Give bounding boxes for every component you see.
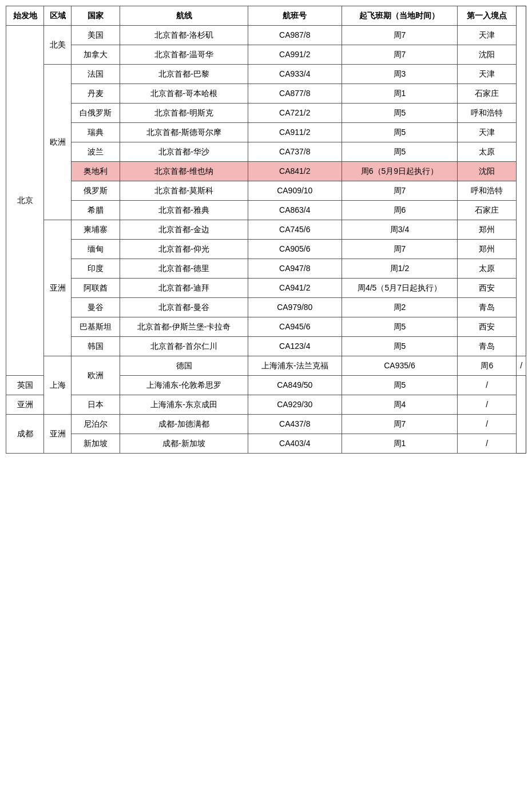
cell-flight: CA877/8 [248,84,342,104]
cell-schedule: 周5 [342,317,458,337]
cell-country: 加拿大 [72,45,120,65]
cell-flight: CA403/4 [248,434,342,454]
cell-entry: 西安 [458,317,517,337]
cell-schedule: 周3 [342,65,458,84]
cell-route: 北京首都-华沙 [120,142,248,162]
cell-entry: / [458,434,517,454]
cell-entry: 呼和浩特 [458,104,517,123]
cell-route: 北京首都-曼谷 [120,298,248,317]
flight-table-container: 始发地 区域 国家 航线 航班号 起飞班期（当地时间） 第一入境点 北京北美美国… [6,6,526,454]
table-row: 阿联酋北京首都-迪拜CA941/2周4/5（5月7日起执行）西安 [6,279,526,298]
cell-schedule: 周4/5（5月7日起执行） [342,279,458,298]
col-route: 航线 [120,6,248,26]
cell-region: 欧洲 [72,356,120,395]
cell-entry: 青岛 [458,298,517,317]
table-header-row: 始发地 区域 国家 航线 航班号 起飞班期（当地时间） 第一入境点 [6,6,526,26]
table-row: 欧洲法国北京首都-巴黎CA933/4周3天津 [6,65,526,84]
cell-route: 北京首都-哥本哈根 [120,84,248,104]
cell-schedule: 周5 [342,104,458,123]
table-body: 北京北美美国北京首都-洛杉矶CA987/8周7天津加拿大北京首都-温哥华CA99… [6,26,526,454]
cell-route: 上海浦东-法兰克福 [248,356,342,376]
cell-entry: 青岛 [458,337,517,356]
cell-schedule: 周1/2 [342,259,458,279]
cell-schedule: 周2 [342,298,458,317]
cell-flight: CA929/30 [248,395,342,415]
cell-flight: CA991/2 [248,45,342,65]
cell-flight: CA745/6 [248,220,342,240]
cell-route: 北京首都-迪拜 [120,279,248,298]
cell-entry: 石家庄 [458,201,517,220]
table-row: 北京北美美国北京首都-洛杉矶CA987/8周7天津 [6,26,526,45]
cell-schedule: 周7 [342,45,458,65]
cell-country: 美国 [72,26,120,45]
cell-entry: 沈阳 [458,45,517,65]
cell-route: 北京首都-温哥华 [120,45,248,65]
flight-table: 始发地 区域 国家 航线 航班号 起飞班期（当地时间） 第一入境点 北京北美美国… [6,6,526,454]
cell-country: 希腊 [72,201,120,220]
cell-flight: CA841/2 [248,162,342,181]
cell-country: 奥地利 [72,162,120,181]
cell-flight: CA123/4 [248,337,342,356]
cell-schedule: 周5 [342,123,458,142]
cell-flight: CA911/2 [248,123,342,142]
cell-route: 上海浦东-伦敦希思罗 [120,376,248,395]
cell-schedule: 周6（5月9日起执行） [342,162,458,181]
cell-flight: CA933/4 [248,65,342,84]
table-row: 韩国北京首都-首尔仁川CA123/4周5青岛 [6,337,526,356]
table-row: 俄罗斯北京首都-莫斯科CA909/10周7呼和浩特 [6,181,526,201]
cell-route: 北京首都-金边 [120,220,248,240]
cell-route: 北京首都-首尔仁川 [120,337,248,356]
cell-region: 欧洲 [44,65,72,220]
cell-entry: / [517,356,526,376]
table-row: 丹麦北京首都-哥本哈根CA877/8周1石家庄 [6,84,526,104]
cell-region: 亚洲 [44,220,72,356]
cell-entry: 太原 [458,259,517,279]
cell-entry: 天津 [458,65,517,84]
table-row: 希腊北京首都-雅典CA863/4周6石家庄 [6,201,526,220]
cell-flight: CA987/8 [248,26,342,45]
cell-country: 韩国 [72,337,120,356]
table-row: 缅甸北京首都-仰光CA905/6周7郑州 [6,240,526,259]
cell-country: 波兰 [72,142,120,162]
cell-country: 印度 [72,259,120,279]
cell-schedule: 周7 [342,415,458,434]
cell-entry: / [458,376,517,395]
cell-country: 丹麦 [72,84,120,104]
cell-origin: 上海 [44,356,72,415]
cell-route: 北京首都-维也纳 [120,162,248,181]
cell-country: 瑞典 [72,123,120,142]
cell-entry: 石家庄 [458,84,517,104]
cell-region: 亚洲 [44,415,72,454]
table-row: 曼谷北京首都-曼谷CA979/80周2青岛 [6,298,526,317]
cell-schedule: 周7 [342,181,458,201]
cell-flight: CA909/10 [248,181,342,201]
table-row: 巴基斯坦北京首都-伊斯兰堡-卡拉奇CA945/6周5西安 [6,317,526,337]
cell-schedule: 周1 [342,84,458,104]
cell-country: 法国 [72,65,120,84]
cell-country: 日本 [72,395,120,415]
table-row: 上海欧洲德国上海浦东-法兰克福CA935/6周6/ [6,356,526,376]
table-row: 亚洲日本上海浦东-东京成田CA929/30周4/ [6,395,526,415]
cell-route: 北京首都-雅典 [120,201,248,220]
cell-origin: 成都 [6,415,44,454]
cell-schedule: 周5 [342,376,458,395]
cell-route: 北京首都-仰光 [120,240,248,259]
cell-country: 柬埔寨 [72,220,120,240]
cell-entry: 天津 [458,26,517,45]
cell-country: 英国 [6,376,44,395]
col-country: 国家 [72,6,120,26]
cell-flight: CA905/6 [248,240,342,259]
cell-flight: CA737/8 [248,142,342,162]
cell-flight: CA437/8 [248,415,342,434]
cell-flight: CA947/8 [248,259,342,279]
cell-route: 北京首都-洛杉矶 [120,26,248,45]
cell-schedule: 周6 [342,201,458,220]
cell-entry: 天津 [458,123,517,142]
cell-schedule: 周6 [458,356,517,376]
cell-origin: 北京 [6,26,44,376]
table-row: 印度北京首都-德里CA947/8周1/2太原 [6,259,526,279]
cell-flight: CA849/50 [248,376,342,395]
cell-route: 上海浦东-东京成田 [120,395,248,415]
cell-route: 成都-加德满都 [120,415,248,434]
col-schedule: 起飞班期（当地时间） [342,6,458,26]
